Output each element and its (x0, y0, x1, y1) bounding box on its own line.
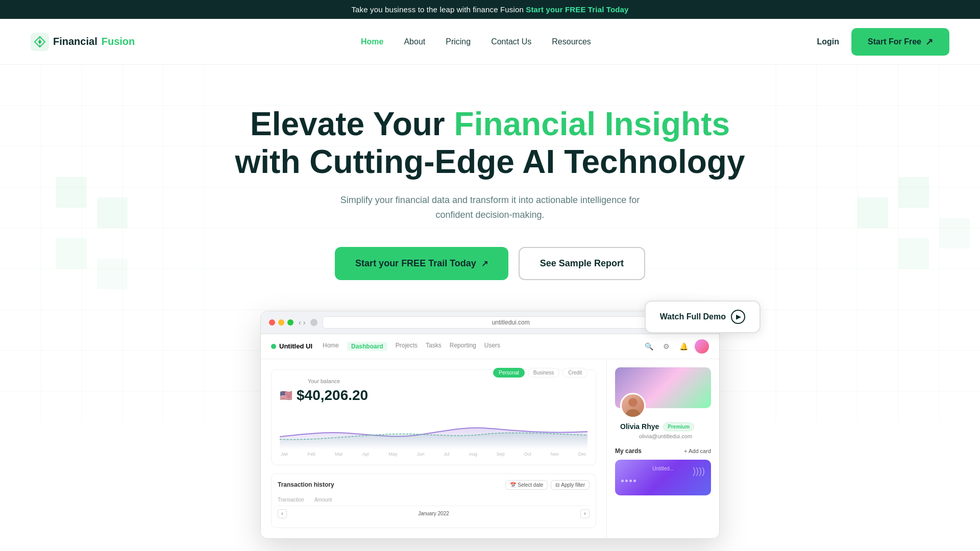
nav-right: Login Start For Free ↗ (817, 28, 949, 56)
dash-nav-dashboard[interactable]: Dashboard (347, 342, 387, 351)
banner-highlight[interactable]: Start your FREE Trial Today (526, 5, 628, 14)
logo-icon (31, 33, 49, 51)
profile-email: olivia@untitledui.com (615, 433, 711, 439)
card-number-dots (621, 480, 705, 482)
top-banner: Take you business to the leap with finan… (0, 0, 980, 19)
logo-text-1: Financial (53, 36, 97, 47)
dash-nav-users[interactable]: Users (484, 342, 500, 351)
dash-right-icons: 🔍 ⚙ 🔔 (643, 339, 709, 354)
hero-buttons: Start your FREE Trail Today ↗ See Sample… (10, 247, 970, 280)
nav-home[interactable]: Home (361, 37, 383, 46)
dot-close[interactable] (269, 319, 275, 325)
nav-back-icon[interactable]: ‹ (299, 318, 301, 327)
profile-avatar (620, 393, 646, 418)
watch-demo-button[interactable]: Watch Full Demo ▶ (645, 300, 761, 333)
next-month-button[interactable]: › (580, 509, 590, 518)
dash-logo-dot (271, 344, 276, 349)
play-icon: ▶ (731, 310, 745, 324)
dash-left: Your balance 🇺🇸 $40,206.20 Personal (261, 359, 607, 538)
dash-right-panel: Olivia Rhye Premium olivia@untitledui.co… (607, 359, 719, 538)
dot-minimize[interactable] (278, 319, 284, 325)
nav-forward-icon[interactable]: › (303, 318, 306, 327)
user-avatar[interactable] (695, 339, 709, 354)
browser-nav: ‹ › (299, 318, 305, 327)
hero-title-1: Elevate Your (250, 106, 454, 142)
trans-cols: Transaction Amount (278, 494, 590, 506)
chart-container (280, 409, 587, 449)
nav-contact[interactable]: Contact Us (491, 37, 531, 46)
svg-point-29 (626, 409, 640, 417)
transaction-section: Transaction history 📅 Select date ⊟ (271, 473, 596, 528)
browser-dots (269, 319, 293, 325)
dash-nav-reporting[interactable]: Reporting (450, 342, 476, 351)
transaction-title: Transaction history (278, 481, 334, 488)
cards-header: My cards + Add card (615, 447, 711, 455)
tab-credit[interactable]: Credit (562, 368, 587, 378)
balance-tabs: Personal Business Credit (493, 368, 587, 378)
nav-pricing[interactable]: Pricing (446, 37, 471, 46)
cards-title: My cards (615, 447, 642, 455)
dash-body: Your balance 🇺🇸 $40,206.20 Personal (261, 359, 719, 538)
search-icon[interactable]: 🔍 (643, 340, 655, 353)
hero-title: Elevate Your Financial Insights with Cut… (10, 106, 970, 181)
trans-buttons: 📅 Select date ⊟ Apply filter (505, 480, 590, 490)
bell-icon[interactable]: 🔔 (677, 340, 690, 353)
hero-content: Elevate Your Financial Insights with Cut… (10, 106, 970, 539)
hero-title-2: with Cutting-Edge AI Technology (235, 143, 745, 180)
cta-secondary-button[interactable]: See Sample Report (519, 247, 645, 280)
navbar: FinancialFusion Home About Pricing Conta… (0, 19, 980, 65)
dashboard-inner: Untitled UI Home Dashboard Projects Task… (261, 334, 719, 538)
calendar-icon: 📅 (510, 482, 516, 488)
dash-logo: Untitled UI (271, 342, 312, 350)
current-month: January 2022 (418, 511, 449, 516)
arrow-up-right-icon: ↗ (481, 259, 488, 268)
dash-nav-projects[interactable]: Projects (396, 342, 418, 351)
logo[interactable]: FinancialFusion (31, 33, 135, 51)
profile-badge: Premium (663, 422, 694, 431)
login-button[interactable]: Login (817, 37, 840, 46)
hero-title-green: Financial Insights (454, 106, 730, 142)
apply-filter-button[interactable]: ⊟ Apply filter (551, 480, 590, 490)
svg-point-28 (628, 398, 638, 407)
balance-section: Your balance 🇺🇸 $40,206.20 Personal (271, 369, 596, 465)
arrow-icon: ↗ (925, 36, 933, 47)
browser-mockup: ‹ › untitledui.com Untitled UI (260, 311, 720, 539)
profile-name-row: Olivia Rhye Premium (615, 422, 711, 431)
select-date-button[interactable]: 📅 Select date (505, 480, 548, 490)
dash-nav-tasks[interactable]: Tasks (426, 342, 442, 351)
url-bar[interactable]: untitledui.com (323, 316, 699, 329)
nav-resources[interactable]: Resources (552, 37, 591, 46)
profile-name: Olivia Rhye (620, 422, 659, 431)
trans-nav: ‹ January 2022 › (278, 506, 590, 521)
profile-avatar-wrap (620, 393, 711, 418)
trans-header: Transaction history 📅 Select date ⊟ (278, 480, 590, 490)
balance-amount: 🇺🇸 $40,206.20 (280, 387, 368, 404)
filter-icon: ⊟ (555, 482, 559, 488)
add-card-button[interactable]: + Add card (684, 448, 711, 454)
tab-personal[interactable]: Personal (493, 368, 524, 378)
chart-x-labels: Jan Feb Mar Apr May Jun Jul Aug Sep Oc (280, 452, 587, 457)
browser-toggle (310, 319, 317, 326)
prev-month-button[interactable]: ‹ (278, 509, 287, 518)
balance-value: $40,206.20 (297, 387, 368, 404)
flag-icon: 🇺🇸 (280, 389, 292, 402)
dashboard-preview-wrap: Watch Full Demo ▶ ‹ › untitledu (260, 311, 720, 539)
settings-icon[interactable]: ⚙ (660, 340, 672, 353)
cards-section: My cards + Add card Untitled... )))) (615, 447, 711, 495)
tab-business[interactable]: Business (528, 368, 560, 378)
banner-text: Take you business to the leap with finan… (351, 5, 526, 14)
wifi-icon: )))) (693, 466, 705, 477)
credit-card: Untitled... )))) (615, 460, 711, 495)
hero-subtitle: Simplify your financial data and transfo… (337, 193, 643, 222)
cta-primary-button[interactable]: Start your FREE Trail Today ↗ (335, 247, 508, 280)
logo-text-2: Fusion (102, 36, 135, 47)
dash-navbar: Untitled UI Home Dashboard Projects Task… (261, 334, 719, 359)
nav-links: Home About Pricing Contact Us Resources (361, 37, 591, 46)
nav-about[interactable]: About (404, 37, 425, 46)
start-free-button[interactable]: Start For Free ↗ (851, 28, 949, 56)
balance-label: Your balance (280, 378, 368, 384)
dash-nav-home[interactable]: Home (323, 342, 339, 351)
dot-maximize[interactable] (287, 319, 293, 325)
hero-section: Elevate Your Financial Insights with Cut… (0, 65, 980, 551)
dash-logo-text: Untitled UI (279, 342, 312, 350)
